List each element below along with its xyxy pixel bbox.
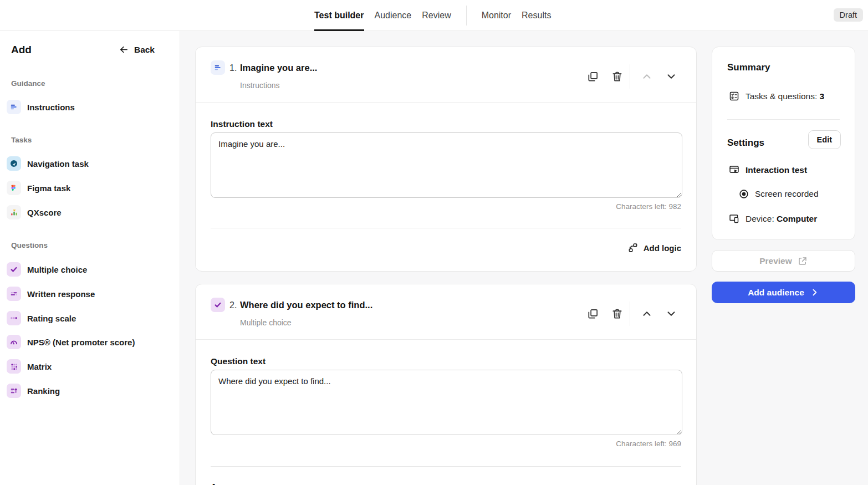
sidebar-item-figma-task[interactable]: Figma task (7, 178, 70, 198)
step-type-label: Multiple choice (240, 318, 292, 327)
sidebar-item-written-response[interactable]: Written response (7, 284, 95, 304)
tasks-questions-count: 3 (820, 91, 825, 101)
add-panel-sidebar: Add Back Guidance Instructions Tasks Nav… (0, 31, 180, 485)
sidebar-item-label: Written response (27, 289, 95, 299)
section-label-guidance: Guidance (11, 79, 45, 88)
summary-divider (727, 119, 840, 120)
instructions-icon (7, 100, 21, 114)
characters-left-counter: Characters left: 969 (616, 440, 681, 448)
move-step-up-button[interactable] (640, 307, 654, 321)
section-label-questions: Questions (11, 241, 48, 249)
screen-recorded-row: Screen recorded (738, 188, 819, 200)
sidebar-item-navigation-task[interactable]: Navigation task (7, 154, 89, 173)
device-label: Device: (746, 214, 774, 223)
sidebar-item-label: Navigation task (27, 159, 89, 169)
arrow-left-icon (119, 44, 129, 55)
back-button[interactable]: Back (119, 44, 155, 55)
duplicate-step-button[interactable] (585, 307, 600, 321)
tasks-questions-row: Tasks & questions: 3 (728, 90, 824, 102)
multiple-choice-icon (7, 262, 21, 277)
summary-title: Summary (727, 62, 770, 73)
tab-results[interactable]: Results (522, 0, 551, 31)
tab-audience[interactable]: Audience (375, 0, 412, 31)
ranking-icon (7, 384, 21, 398)
preview-button[interactable]: Preview (712, 250, 855, 272)
card-header-divider (196, 102, 696, 103)
characters-left-counter: Characters left: 982 (616, 202, 681, 211)
question-text-input[interactable]: Where did you expect to find... (211, 370, 682, 435)
add-audience-label: Add audience (748, 288, 804, 298)
card-body-divider (211, 466, 681, 467)
sidebar-item-ranking[interactable]: Ranking (7, 381, 60, 401)
step-title: Where did you expect to find... (240, 300, 372, 310)
add-logic-label: Add logic (644, 243, 681, 253)
external-link-icon (798, 256, 808, 266)
test-step-card-2: 2. Where did you expect to find... Multi… (195, 284, 697, 485)
rating-scale-icon (7, 311, 21, 325)
test-builder-canvas: 1. Imagine you are... Instructions Instr… (180, 31, 868, 485)
device-row: Device: Computer (728, 213, 817, 224)
test-phase-tabs: Test builder Audience Review Monitor Res… (314, 0, 551, 31)
written-response-icon (7, 287, 21, 301)
qxscore-icon (7, 205, 21, 219)
sidebar-item-label: Matrix (27, 362, 52, 371)
tasks-questions-label: Tasks & questions: (746, 91, 817, 101)
step-title: Imagine you are... (240, 63, 317, 73)
tab-monitor[interactable]: Monitor (482, 0, 511, 31)
device-icon (728, 213, 740, 224)
instruction-text-input[interactable]: Imagine you are... (211, 132, 682, 198)
top-navigation-bar: Test builder Audience Review Monitor Res… (0, 0, 868, 31)
chevron-right-icon (810, 288, 819, 297)
nps-icon (7, 335, 21, 349)
interaction-test-row: Interaction test (728, 164, 807, 176)
edit-settings-button[interactable]: Edit (808, 130, 841, 149)
header-actions-divider (630, 302, 630, 326)
card-body-divider (211, 228, 681, 228)
summary-panel: Summary Tasks & questions: 3 Settings Ed… (712, 47, 855, 240)
sidebar-item-rating-scale[interactable]: Rating scale (7, 308, 76, 328)
sidebar-item-label: Figma task (27, 183, 70, 193)
answers-section-label: Answers (211, 482, 247, 485)
instruction-text-label: Instruction text (211, 119, 273, 129)
sidebar-item-multiple-choice[interactable]: Multiple choice (7, 259, 87, 279)
sidebar-item-label: Multiple choice (27, 265, 87, 274)
interaction-test-icon (728, 164, 740, 176)
tab-group-divider (466, 6, 467, 25)
duplicate-step-button[interactable] (585, 69, 600, 84)
delete-step-button[interactable] (610, 69, 624, 84)
sidebar-item-label: NPS® (Net promoter score) (27, 338, 135, 347)
multiple-choice-icon (211, 298, 225, 312)
sidebar-item-instructions[interactable]: Instructions (7, 97, 75, 117)
interaction-test-label: Interaction test (746, 165, 807, 175)
move-step-down-button[interactable] (664, 307, 678, 321)
sidebar-item-qxscore[interactable]: QXscore (7, 202, 62, 222)
add-panel-title: Add (11, 44, 32, 56)
record-radio-icon (738, 188, 749, 200)
navigation-task-icon (7, 156, 21, 171)
move-step-up-button[interactable] (640, 69, 654, 84)
sidebar-item-label: QXscore (27, 208, 62, 217)
checklist-icon (728, 90, 740, 102)
preview-button-label: Preview (759, 256, 792, 266)
sidebar-item-label: Instructions (27, 103, 75, 112)
tab-test-builder[interactable]: Test builder (314, 0, 364, 31)
add-logic-button[interactable]: Add logic (627, 242, 681, 253)
status-badge: Draft (834, 8, 863, 22)
device-value: Computer (777, 214, 817, 223)
sidebar-item-matrix[interactable]: Matrix (7, 356, 52, 376)
move-step-down-button[interactable] (664, 69, 678, 84)
question-text-label: Question text (211, 356, 265, 366)
add-audience-button[interactable]: Add audience (712, 282, 855, 303)
step-number: 2. (229, 300, 237, 310)
settings-title: Settings (727, 137, 764, 149)
delete-step-button[interactable] (610, 307, 624, 321)
step-type-label: Instructions (240, 81, 280, 90)
matrix-icon (7, 359, 21, 374)
sidebar-item-label: Ranking (27, 386, 60, 396)
back-button-label: Back (134, 45, 155, 55)
sidebar-item-label: Rating scale (27, 314, 76, 323)
tab-review[interactable]: Review (422, 0, 451, 31)
logic-branch-icon (627, 242, 639, 253)
figma-icon (7, 181, 21, 195)
sidebar-item-nps[interactable]: NPS® (Net promoter score) (7, 332, 135, 352)
